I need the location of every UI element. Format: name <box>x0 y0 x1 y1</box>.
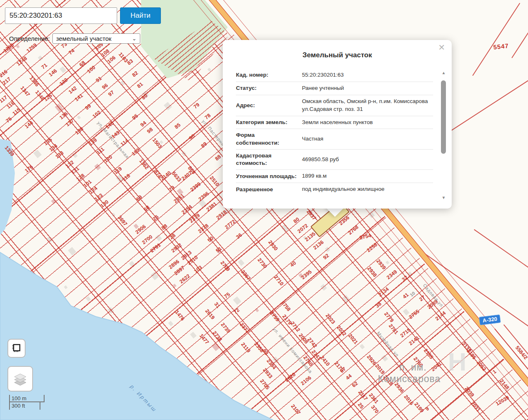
popup-scrollbar[interactable]: ▲ ▼ <box>441 70 447 200</box>
parcel-number-label: 2117 <box>357 389 369 402</box>
parcel-number-label: 134 <box>48 143 59 153</box>
parcel-number-label: 26 <box>152 214 160 222</box>
definition-row: Определение: земельный участок ⌄ <box>9 33 140 44</box>
parcel-number-label: 62 <box>351 380 359 389</box>
parcel-number-label: 2759 <box>269 310 281 323</box>
popup-row: Кад. номер:55:20:230201:63 <box>236 69 433 82</box>
parcel-number-label: 97 <box>107 89 116 98</box>
parcel-number-label: 2039 <box>464 386 476 398</box>
close-icon[interactable]: ✕ <box>438 43 445 52</box>
parcel-number-label: 2701 <box>149 242 162 253</box>
parcel-number-label: 2148 <box>499 378 511 391</box>
parcel-number-label: 1263 <box>2 42 15 54</box>
parcel-number-label: 92 <box>322 253 330 261</box>
attribute-label: Кадастровая стоимость: <box>236 152 298 167</box>
parcel-number-label: 9 <box>424 406 430 412</box>
parcel-number-label: 1347 <box>19 85 31 98</box>
parcel-number-label: 2407 <box>181 170 193 181</box>
search-input[interactable] <box>5 7 117 24</box>
measure-tool-button[interactable] <box>7 339 26 358</box>
parcel-number-label: 2730 <box>257 257 269 270</box>
parcel-number-label: 2938 <box>366 266 378 278</box>
parcel-number-label: 146 <box>48 68 58 78</box>
parcel-number-label: 85 <box>174 122 182 130</box>
parcel-number-label: 2709 <box>219 260 231 272</box>
popup-attribute-table: Кад. номер:55:20:230201:63Статус:Ранее у… <box>236 69 433 196</box>
parcel-number-label: 69 <box>135 194 144 202</box>
parcel-number-label: 27 <box>418 294 427 303</box>
definition-select[interactable]: земельный участок ⌄ <box>52 33 140 44</box>
parcel-number-label: 91 <box>95 75 103 84</box>
parcel-number-label: 2361 <box>368 392 380 405</box>
parcel-number-label: 123 <box>94 192 104 202</box>
parcel-number-label: 96 <box>101 82 109 91</box>
parcel-number-label: 137 <box>65 118 75 128</box>
parcel-number-label: 2367 <box>240 269 252 282</box>
parcel-number-label: 115 <box>12 107 22 116</box>
parcel-number-label: 2141 <box>408 335 421 346</box>
parcel-number-label: 2705 <box>259 378 271 391</box>
parcel-number-label: 51 <box>215 246 223 254</box>
parcel-number-label: 2022 <box>336 325 348 337</box>
house-number-label: 10 <box>409 291 416 298</box>
parcel-number-label: 139 <box>88 137 98 147</box>
parcel-number-label: 113 <box>131 147 141 157</box>
chevron-down-icon: ⌄ <box>132 35 137 42</box>
scale-control: 100 m 300 ft <box>9 395 45 410</box>
parcel-number-label: 2135 <box>304 231 317 242</box>
parcel-number-label: 82 <box>131 70 139 78</box>
parcel-number-label: 2052 <box>476 360 488 372</box>
parcel-number-label: 120 <box>103 154 113 164</box>
popup-title: Земельный участок <box>223 40 452 65</box>
parcel-number-label: 1362 <box>138 158 150 171</box>
parcel-number-label: 2377 <box>239 322 251 334</box>
search-button[interactable]: Найти <box>120 7 161 24</box>
parcel-number-label: 2258 <box>366 242 379 253</box>
parcel-number-label: 40 <box>289 260 297 268</box>
parcel-number-label: 102 <box>92 110 102 120</box>
parcel-number-label: 2779 <box>383 311 395 324</box>
parcel-number-label: 1477 <box>198 333 210 345</box>
parcel-number-label: 2739 <box>220 322 232 334</box>
parcel-number-label: 2768 <box>347 224 360 236</box>
scale-imperial: 300 ft <box>9 402 40 410</box>
attribute-label: Адрес: <box>236 102 298 109</box>
parcel-number-label: 2199 <box>413 401 425 414</box>
scroll-down-icon[interactable]: ▼ <box>441 195 447 200</box>
popup-row: Разрешенноепод индивидуальное жилищное <box>236 183 433 196</box>
parcel-number-label: 2378 <box>197 223 210 234</box>
parcel-number-label: 106 <box>106 55 117 65</box>
attribute-value: Ранее учтенный <box>302 84 433 92</box>
parcel-number-label: 31 <box>213 301 222 310</box>
measure-icon <box>11 343 22 354</box>
parcel-number-label: 2134 <box>377 286 390 298</box>
parcel-number-label: 80 <box>292 216 301 225</box>
parcel-number-label: 2349 <box>386 269 398 280</box>
parcel-number-label: 44 <box>345 373 353 381</box>
parcel-number-label: 2107 <box>290 404 302 416</box>
parcel-number-label: 1 <box>492 368 497 375</box>
parcel-info-popup: ✕ Земельный участок Кад. номер:55:20:230… <box>223 40 452 209</box>
parcel-number-label: 119 <box>113 166 123 175</box>
popup-row: Категория земель:Земли населенных пункто… <box>236 116 433 129</box>
attribute-label: Статус: <box>236 84 298 92</box>
parcel-number-label: 176 <box>24 164 34 174</box>
parcel-number-label: 1346 <box>28 75 40 88</box>
parcel-number-label: 79 <box>193 102 201 110</box>
layers-button[interactable] <box>7 366 33 392</box>
parcel-number-label: 2354 <box>181 204 193 215</box>
attribute-value: под индивидуальное жилищное <box>302 185 433 193</box>
map-viewport[interactable]: Н 12631259124821621711711611575144134613… <box>0 0 528 420</box>
attribute-label: Форма собственности: <box>236 131 298 146</box>
parcel-number-label: 75 <box>223 291 231 300</box>
attribute-value: Частная <box>302 135 433 143</box>
popup-row: Адрес:Омская область, Омский р-н, п.им. … <box>236 95 433 116</box>
parcel-number-label: 36 <box>235 232 243 240</box>
parcel-number-label: 124 <box>88 185 99 195</box>
scroll-up-icon[interactable]: ▲ <box>441 70 447 75</box>
parcel-number-label: 72 <box>233 307 241 315</box>
parcel-number-label: 75 <box>5 116 13 124</box>
parcel-number-label: 2041 <box>430 361 443 372</box>
scrollbar-thumb[interactable] <box>441 80 446 154</box>
parcel-number-label: 101 <box>82 179 93 189</box>
